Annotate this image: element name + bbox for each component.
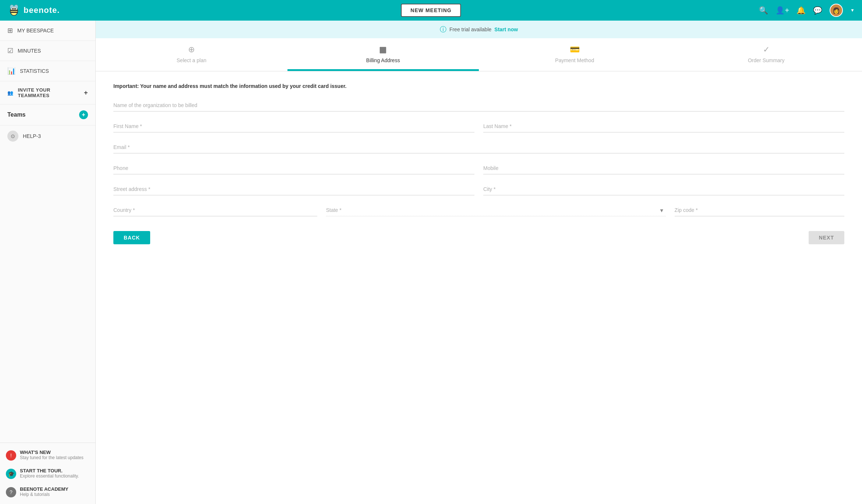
start-tour-title: START THE TOUR. bbox=[20, 468, 79, 473]
team-label: HELP-3 bbox=[23, 133, 41, 139]
start-tour-text: START THE TOUR. Explore essential functi… bbox=[20, 468, 79, 479]
team-circle-icon: ⊙ bbox=[7, 131, 18, 142]
start-tour-subtitle: Explore essential functionality. bbox=[20, 473, 79, 479]
invite-add-icon: + bbox=[84, 89, 88, 97]
sidebar-team-help3[interactable]: ⊙ HELP-3 bbox=[0, 125, 95, 147]
last-name-field bbox=[483, 120, 844, 132]
whats-new-text: WHAT'S NEW Stay tuned for the latest upd… bbox=[20, 450, 84, 460]
wizard-step-select-plan[interactable]: ⊕ Select a plan bbox=[96, 38, 287, 71]
help-icon: ? bbox=[6, 487, 16, 497]
new-meeting-button[interactable]: NEW MEETING bbox=[401, 4, 461, 17]
summary-label: Order Summary bbox=[748, 57, 785, 63]
phone-field bbox=[113, 162, 474, 174]
info-icon: ⓘ bbox=[440, 25, 446, 34]
sidebar-item-minutes-label: MINUTES bbox=[18, 48, 41, 54]
state-field: ▼ State * bbox=[326, 204, 666, 216]
city-input[interactable] bbox=[483, 183, 844, 195]
billing-label: Billing Address bbox=[366, 57, 400, 63]
add-team-button[interactable]: + bbox=[79, 110, 88, 119]
academy-title: BEENOTE ACADEMY bbox=[20, 486, 68, 492]
wizard-step-order-summary[interactable]: ✓ Order Summary bbox=[671, 38, 862, 71]
zip-field bbox=[675, 204, 844, 216]
state-select[interactable] bbox=[326, 204, 666, 216]
sidebar-item-statistics-label: STATISTICS bbox=[20, 68, 49, 74]
form-notice: Important: Your name and address must ma… bbox=[113, 83, 844, 89]
street-input[interactable] bbox=[113, 183, 474, 195]
sidebar: ⊞ MY BEESPACE ☑ MINUTES 📊 STATISTICS 👥 I… bbox=[0, 21, 96, 504]
message-icon[interactable]: 💬 bbox=[813, 6, 822, 15]
add-user-icon[interactable]: 👤+ bbox=[776, 6, 789, 15]
phone-input[interactable] bbox=[113, 162, 474, 174]
logo[interactable]: beenote. bbox=[7, 4, 60, 17]
sidebar-academy[interactable]: ? BEENOTE ACADEMY Help & tutorials bbox=[0, 483, 95, 501]
wizard-steps: ⊕ Select a plan ▦ Billing Address 💳 Paym… bbox=[96, 38, 862, 71]
zip-input[interactable] bbox=[675, 204, 844, 216]
academy-text: BEENOTE ACADEMY Help & tutorials bbox=[20, 486, 68, 497]
banner: ⓘ Free trial available Start now bbox=[96, 21, 862, 38]
alert-icon: ! bbox=[6, 450, 16, 461]
whats-new-title: WHAT'S NEW bbox=[20, 450, 84, 455]
first-name-input[interactable] bbox=[113, 120, 474, 132]
email-field bbox=[113, 141, 844, 153]
city-field bbox=[483, 183, 844, 195]
chart-icon: 📊 bbox=[7, 67, 15, 75]
wizard-step-billing-address[interactable]: ▦ Billing Address bbox=[287, 38, 479, 71]
sidebar-start-tour[interactable]: 🎓 START THE TOUR. Explore essential func… bbox=[0, 464, 95, 483]
sidebar-footer: ! WHAT'S NEW Stay tuned for the latest u… bbox=[0, 443, 95, 504]
mobile-field bbox=[483, 162, 844, 174]
chevron-down-icon[interactable]: ▼ bbox=[850, 8, 855, 13]
start-now-link[interactable]: Start now bbox=[494, 26, 518, 32]
org-name-field bbox=[113, 99, 844, 111]
country-input[interactable] bbox=[113, 204, 317, 216]
select-plan-icon: ⊕ bbox=[188, 45, 195, 54]
sidebar-invite-label: INVITE YOUR TEAMMATES bbox=[18, 87, 78, 98]
teams-title: Teams bbox=[7, 111, 26, 118]
street-field bbox=[113, 183, 474, 195]
sidebar-item-statistics[interactable]: 📊 STATISTICS bbox=[0, 61, 95, 81]
back-button[interactable]: BACK bbox=[113, 231, 150, 244]
checklist-icon: ☑ bbox=[7, 47, 13, 55]
form-actions: BACK NEXT bbox=[113, 225, 844, 244]
academy-subtitle: Help & tutorials bbox=[20, 492, 68, 497]
sidebar-whats-new[interactable]: ! WHAT'S NEW Stay tuned for the latest u… bbox=[0, 446, 95, 464]
next-button[interactable]: NEXT bbox=[809, 231, 844, 244]
grid-icon: ⊞ bbox=[7, 26, 13, 35]
email-input[interactable] bbox=[113, 141, 844, 153]
sidebar-item-minutes[interactable]: ☑ MINUTES bbox=[0, 41, 95, 61]
topnav: beenote. NEW MEETING 🔍 👤+ 🔔 💬 👩 ▼ bbox=[0, 0, 862, 21]
notification-icon[interactable]: 🔔 bbox=[796, 6, 806, 15]
tour-icon: 🎓 bbox=[6, 469, 16, 479]
svg-rect-3 bbox=[10, 12, 18, 13]
wizard-step-payment-method[interactable]: 💳 Payment Method bbox=[479, 38, 671, 71]
svg-point-7 bbox=[14, 8, 16, 10]
topnav-right: 🔍 👤+ 🔔 💬 👩 ▼ bbox=[759, 4, 855, 17]
mobile-input[interactable] bbox=[483, 162, 844, 174]
last-name-input[interactable] bbox=[483, 120, 844, 132]
org-name-input[interactable] bbox=[113, 99, 844, 111]
sidebar-teams-header: Teams + bbox=[0, 104, 95, 125]
billing-form-area: Important: Your name and address must ma… bbox=[96, 71, 862, 504]
payment-label: Payment Method bbox=[555, 57, 594, 63]
svg-point-6 bbox=[12, 8, 14, 10]
new-meeting-center: NEW MEETING bbox=[401, 4, 461, 17]
invite-icon: 👥 bbox=[7, 90, 14, 96]
svg-rect-2 bbox=[10, 10, 18, 11]
search-icon[interactable]: 🔍 bbox=[759, 6, 768, 15]
logo-text: beenote. bbox=[24, 6, 60, 15]
sidebar-invite-teammates[interactable]: 👥 INVITE YOUR TEAMMATES + bbox=[0, 81, 95, 104]
location-row: ▼ State * bbox=[113, 204, 844, 216]
sidebar-item-my-beespace[interactable]: ⊞ MY BEESPACE bbox=[0, 21, 95, 41]
billing-icon: ▦ bbox=[379, 45, 387, 54]
address-row bbox=[113, 183, 844, 204]
main-content: ⓘ Free trial available Start now ⊕ Selec… bbox=[96, 21, 862, 504]
payment-icon: 💳 bbox=[570, 45, 580, 54]
name-row bbox=[113, 120, 844, 141]
phone-row bbox=[113, 162, 844, 183]
plus-icon: + bbox=[82, 111, 85, 118]
country-field bbox=[113, 204, 317, 216]
first-name-field bbox=[113, 120, 474, 132]
select-plan-label: Select a plan bbox=[177, 57, 206, 63]
avatar[interactable]: 👩 bbox=[830, 4, 843, 17]
summary-icon: ✓ bbox=[763, 45, 770, 54]
sidebar-nav: ⊞ MY BEESPACE ☑ MINUTES 📊 STATISTICS 👥 I… bbox=[0, 21, 95, 443]
